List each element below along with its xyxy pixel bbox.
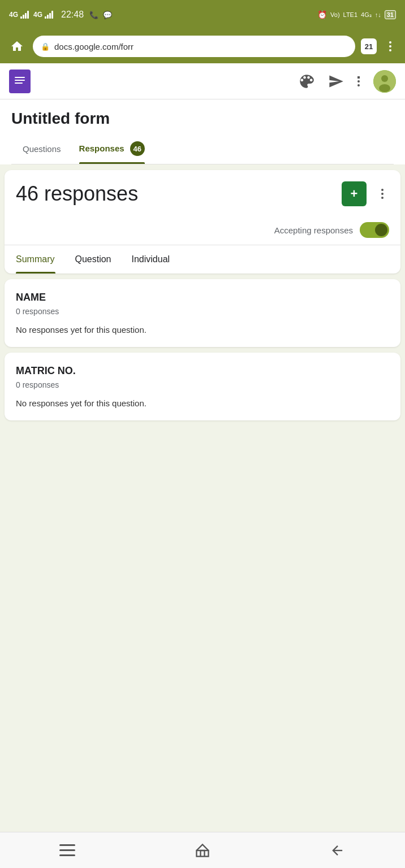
svg-rect-7 (59, 849, 75, 851)
tabs-row: Questions Responses 46 (11, 133, 394, 164)
tab-question[interactable]: Question (75, 245, 122, 274)
app-toolbar (0, 63, 405, 99)
question-name-count: 0 responses (16, 307, 389, 316)
hamburger-menu-button[interactable] (50, 839, 84, 862)
svg-rect-8 (59, 854, 75, 856)
dot3 (389, 49, 391, 51)
bar3 (49, 13, 51, 19)
bar4 (51, 11, 53, 19)
question-card-matric: MATRIC NO. 0 responses No responses yet … (5, 353, 400, 420)
bar1 (45, 16, 46, 19)
question-matric-title: MATRIC NO. (16, 365, 389, 377)
signal-bars-1 (20, 11, 29, 19)
form-title: Untitled form (11, 110, 394, 128)
lock-icon: 🔒 (41, 42, 50, 51)
svg-rect-2 (15, 83, 23, 84)
call-icon: 📞 (89, 11, 98, 19)
dot2 (389, 45, 391, 47)
bar4 (27, 11, 29, 19)
question-name-empty: No responses yet for this question. (16, 325, 389, 335)
svg-rect-9 (196, 850, 208, 857)
toolbar-right (299, 70, 396, 93)
bottom-nav (0, 832, 405, 868)
form-icon (9, 70, 31, 93)
accepting-toggle[interactable] (360, 222, 389, 238)
summary-tabs: Summary Question Individual (5, 245, 400, 274)
avatar[interactable] (373, 70, 396, 93)
tab-summary[interactable]: Summary (16, 245, 66, 274)
response-badge: 46 (130, 141, 145, 156)
tab-responses[interactable]: Responses 46 (79, 133, 145, 164)
tab-questions[interactable]: Questions (23, 136, 61, 162)
response-actions: + (342, 181, 389, 206)
tab-questions-label: Questions (23, 144, 61, 154)
browser-more-button[interactable] (382, 41, 398, 51)
question-name-title: NAME (16, 292, 389, 303)
toggle-row: Accepting responses (16, 215, 389, 245)
svg-rect-6 (59, 844, 75, 846)
alarm-icon: ⏰ (317, 10, 327, 19)
signal-4g-1: 4G (9, 11, 18, 19)
whatsapp-icon: 💬 (103, 11, 112, 19)
toolbar-left (9, 70, 31, 93)
tab-count-button[interactable]: 21 (361, 38, 377, 54)
network-4g2-label: 4G₂ (361, 11, 372, 19)
battery-level: 31 (387, 11, 394, 18)
dot3 (357, 84, 360, 86)
tab-individual[interactable]: Individual (132, 245, 182, 274)
url-text: docs.google.com/forr (54, 42, 347, 51)
toggle-thumb (375, 224, 387, 236)
send-icon[interactable] (328, 73, 344, 89)
question-matric-count: 0 responses (16, 380, 389, 389)
signal-4g-2: 4G (33, 11, 42, 19)
svg-point-4 (381, 75, 388, 82)
battery-indicator: 31 (385, 10, 396, 19)
status-left: 4G 4G 22:48 📞 💬 (9, 10, 112, 20)
svg-rect-1 (15, 80, 25, 81)
dot3 (381, 197, 384, 199)
back-nav-button[interactable] (321, 839, 355, 862)
question-tab-label: Question (75, 254, 111, 264)
more-button[interactable] (376, 184, 389, 204)
svg-point-5 (379, 84, 390, 92)
bar3 (25, 13, 27, 19)
url-bar[interactable]: 🔒 docs.google.com/forr (33, 36, 355, 57)
dot2 (357, 80, 360, 83)
tab-count-label: 21 (365, 42, 373, 51)
svg-rect-0 (15, 77, 25, 78)
time-display: 22:48 (61, 10, 84, 20)
more-options-icon[interactable] (357, 73, 360, 89)
form-title-section: Untitled form Questions Responses 46 (0, 99, 405, 164)
accepting-label: Accepting responses (274, 225, 353, 235)
spreadsheet-button[interactable]: + (342, 181, 367, 206)
palette-icon[interactable] (299, 73, 314, 89)
dot2 (381, 193, 384, 195)
individual-tab-label: Individual (132, 254, 170, 264)
home-button[interactable] (7, 36, 27, 57)
dot1 (357, 76, 360, 79)
bar2 (47, 15, 49, 19)
tab-responses-label: Responses (79, 144, 124, 153)
dot1 (381, 189, 384, 191)
bar2 (23, 15, 24, 19)
signal-arrow: ↑↓ (375, 11, 381, 18)
bottom-spacer (0, 426, 405, 471)
summary-tab-label: Summary (16, 254, 54, 264)
status-bar: 4G 4G 22:48 📞 💬 ⏰ Vo) LTE1 4G₂ ↑↓ 31 (0, 0, 405, 29)
home-nav-button[interactable] (186, 839, 219, 862)
plus-icon: + (351, 186, 358, 201)
question-matric-empty: No responses yet for this question. (16, 398, 389, 408)
response-count-label: 46 responses (16, 182, 138, 206)
response-header: 46 responses + (16, 181, 389, 206)
voip-label: Vo) (330, 11, 340, 18)
question-card-name: NAME 0 responses No responses yet for th… (5, 279, 400, 347)
bar1 (20, 16, 22, 19)
lte-label: LTE1 (343, 11, 357, 18)
browser-bar: 🔒 docs.google.com/forr 21 (0, 29, 405, 63)
main-content: Untitled form Questions Responses 46 46 … (0, 99, 405, 471)
dot1 (389, 41, 391, 44)
response-card: 46 responses + Accepting responses Summa… (5, 170, 400, 274)
signal-bars-2 (45, 11, 53, 19)
status-right: ⏰ Vo) LTE1 4G₂ ↑↓ 31 (317, 10, 396, 19)
